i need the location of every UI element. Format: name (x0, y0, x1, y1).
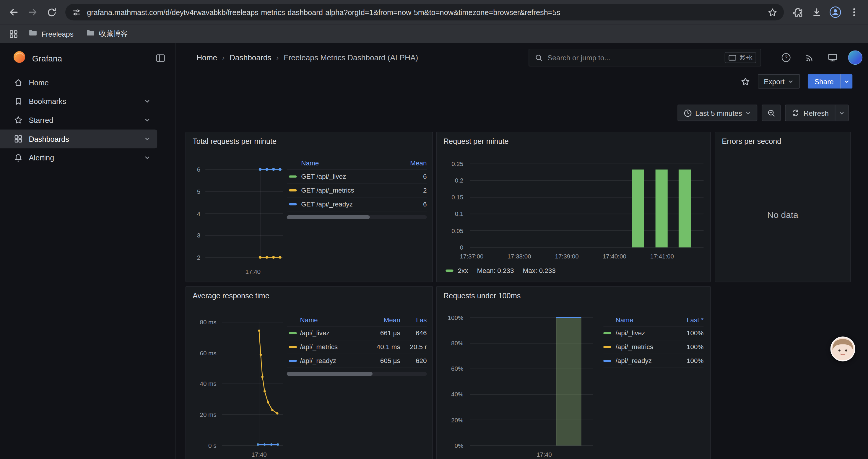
series-name[interactable]: 2xx (458, 267, 468, 274)
series-mean: 661 µs (366, 329, 400, 337)
apps-grid-icon[interactable] (6, 26, 21, 41)
breadcrumb: Home › Dashboards › Freeleaps Metrics Da… (196, 43, 418, 72)
breadcrumb-home[interactable]: Home (196, 53, 217, 62)
breadcrumb-separator: › (222, 54, 224, 62)
requests-bar-chart[interactable] (470, 163, 704, 249)
y-tick: 0.1 (437, 210, 463, 218)
legend-header-last[interactable]: Las (400, 316, 427, 323)
share-button[interactable]: Share (808, 74, 840, 89)
y-tick: 4 (186, 210, 200, 218)
panel-title[interactable]: Errors per second (715, 132, 850, 145)
site-settings-icon[interactable] (72, 7, 82, 17)
x-tick: 17:40:00 (598, 252, 631, 260)
series-name[interactable]: /api/_livez (616, 329, 675, 337)
export-button[interactable]: Export (758, 74, 800, 89)
legend-row: GET /api/_metrics 2 (287, 184, 427, 198)
series-last: 20.5 r (400, 343, 427, 351)
panel-title[interactable]: Requests under 100ms (437, 287, 710, 300)
legend-scrollbar[interactable] (287, 372, 427, 376)
legend-row: GET /api/_livez 6 (287, 170, 427, 184)
search-input[interactable] (548, 54, 720, 62)
y-tick: 0% (437, 441, 463, 449)
series-name[interactable]: /api/_metrics (300, 343, 366, 351)
legend-header-name[interactable]: Name (616, 316, 675, 323)
bookmark-star-icon[interactable] (768, 7, 777, 17)
url-text[interactable]: grafana.mathmast.com/d/deytv4rwavabkb/fr… (87, 8, 762, 16)
response-time-line-chart[interactable] (222, 320, 283, 448)
panel-title[interactable]: Request per minute (437, 132, 710, 145)
panel-title[interactable]: Average response time (186, 287, 433, 300)
panel-requests-under-100ms: Requests under 100ms 100% 80% 60% 40% 20… (436, 286, 711, 459)
refresh-button[interactable]: Refresh (786, 105, 835, 121)
series-name[interactable]: GET /api/_livez (301, 173, 396, 181)
legend-scrollbar[interactable] (287, 215, 427, 219)
bookmark-item-blogs[interactable]: 收藏博客 (81, 26, 133, 41)
sidebar-item-dashboards[interactable]: Dashboards (0, 129, 157, 148)
forward-icon[interactable] (23, 3, 42, 22)
sidebar-item-alerting[interactable]: Alerting (0, 148, 157, 167)
assistant-avatar[interactable] (831, 336, 855, 361)
requests-line-chart[interactable] (205, 165, 283, 262)
bookmark-icon (14, 97, 23, 106)
user-avatar[interactable] (848, 51, 863, 65)
grafana-logo[interactable] (13, 51, 26, 66)
legend-header-last[interactable]: Last * (675, 316, 704, 323)
series-name[interactable]: /api/_readyz (616, 357, 675, 365)
kiosk-monitor-icon[interactable] (825, 50, 840, 65)
series-name[interactable]: /api/_livez (300, 329, 366, 337)
y-tick: 80% (437, 339, 463, 347)
chevron-down-icon[interactable] (144, 117, 150, 123)
series-name[interactable]: /api/_readyz (300, 357, 366, 365)
series-last: 100% (675, 357, 704, 365)
help-icon[interactable]: ? (778, 50, 794, 65)
panel-title[interactable]: Total requests per minute (186, 132, 433, 145)
under-100ms-bar-chart[interactable] (470, 314, 593, 450)
brand-title: Grafana (32, 54, 62, 63)
scrollbar-thumb[interactable] (287, 215, 370, 219)
legend-table: Name Last * /api/_livez 100% /api/_metri… (603, 314, 704, 368)
legend-header-mean[interactable]: Mean (366, 316, 400, 323)
series-color-dash (603, 332, 611, 334)
url-bar[interactable]: grafana.mathmast.com/d/deytv4rwavabkb/fr… (65, 4, 784, 21)
sidebar-item-home[interactable]: Home (0, 73, 157, 92)
share-menu-caret[interactable] (840, 74, 852, 89)
legend-header-mean[interactable]: Mean (396, 159, 427, 167)
chevron-down-icon[interactable] (144, 155, 150, 161)
browser-toolbar: grafana.mathmast.com/d/deytv4rwavabkb/fr… (0, 0, 868, 24)
collapse-sidebar-icon[interactable] (156, 53, 166, 63)
back-icon[interactable] (4, 3, 23, 22)
zoom-out-button[interactable] (762, 104, 781, 121)
y-tick: 20 ms (186, 411, 217, 418)
browser-menu-icon[interactable] (845, 3, 864, 22)
profile-icon[interactable] (826, 3, 845, 22)
extensions-icon[interactable] (788, 3, 807, 22)
search-bar[interactable]: ⌘+k (529, 49, 761, 66)
x-tick: 17:41:00 (646, 252, 679, 260)
legend-header-name[interactable]: Name (300, 316, 366, 323)
downloads-icon[interactable] (807, 3, 826, 22)
search-icon (535, 54, 543, 62)
series-name[interactable]: GET /api/_metrics (301, 186, 396, 194)
chevron-down-icon[interactable] (144, 136, 150, 142)
reload-icon[interactable] (42, 3, 61, 22)
bookmark-item-freeleaps[interactable]: Freeleaps (23, 26, 79, 41)
sidebar-item-starred[interactable]: Starred (0, 111, 157, 130)
sidebar-item-bookmarks[interactable]: Bookmarks (0, 92, 157, 111)
breadcrumb-dashboards[interactable]: Dashboards (229, 53, 271, 62)
legend-header-name[interactable]: Name (301, 159, 396, 167)
chevron-down-icon[interactable] (144, 98, 150, 104)
x-tick: 17:37:00 (455, 252, 488, 260)
legend-row: /api/_readyz 605 µs 620 (287, 354, 427, 368)
refresh-interval-caret[interactable] (835, 105, 848, 121)
favorite-star-icon[interactable] (741, 77, 750, 86)
sidebar-item-label: Dashboards (29, 135, 69, 143)
news-rss-icon[interactable] (802, 50, 817, 65)
series-color-dash (445, 270, 453, 272)
y-tick: 5 (186, 188, 200, 195)
series-name[interactable]: GET /api/_readyz (301, 200, 396, 208)
dashboard-main: Home › Dashboards › Freeleaps Metrics Da… (176, 43, 868, 459)
time-range-picker[interactable]: Last 5 minutes (677, 104, 757, 121)
y-tick: 2 (186, 254, 200, 261)
series-name[interactable]: /api/_metrics (616, 343, 675, 351)
scrollbar-thumb[interactable] (287, 372, 373, 376)
